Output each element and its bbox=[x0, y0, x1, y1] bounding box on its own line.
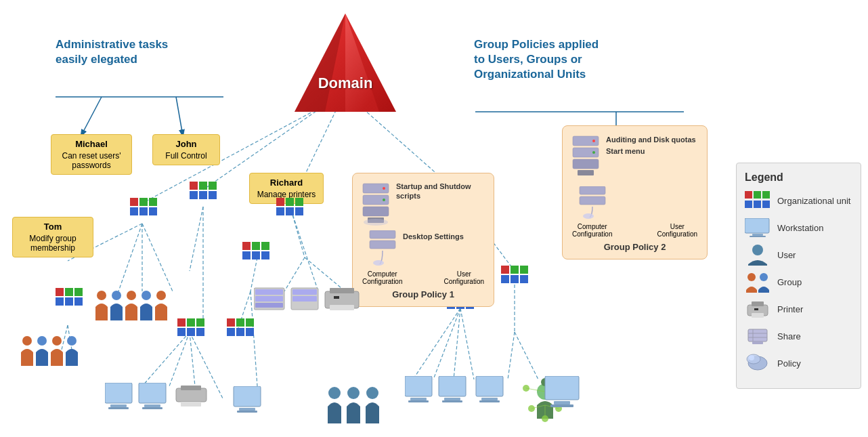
svg-rect-128 bbox=[330, 305, 354, 310]
svg-rect-161 bbox=[481, 398, 498, 400]
svg-rect-179 bbox=[754, 191, 761, 199]
legend-user: User bbox=[745, 245, 852, 265]
svg-point-132 bbox=[127, 291, 136, 300]
svg-point-103 bbox=[383, 187, 385, 190]
svg-rect-93 bbox=[246, 328, 254, 336]
ou-richard bbox=[242, 242, 269, 266]
svg-rect-89 bbox=[236, 318, 244, 327]
svg-rect-42 bbox=[149, 198, 157, 206]
gp1-user-config: UserConfiguration bbox=[444, 270, 484, 285]
svg-line-1 bbox=[81, 97, 102, 136]
svg-rect-51 bbox=[209, 191, 217, 199]
svg-rect-192 bbox=[752, 313, 764, 318]
gp2-startmenu: Start menu bbox=[606, 146, 696, 157]
svg-rect-185 bbox=[752, 234, 763, 236]
ou-legend-icon bbox=[745, 190, 771, 211]
john-box: John Full Control bbox=[152, 134, 220, 165]
svg-point-133 bbox=[142, 291, 151, 300]
gp2-computer-config: ComputerConfiguration bbox=[572, 223, 612, 238]
gp2-title: Group Policy 2 bbox=[569, 242, 700, 252]
svg-rect-150 bbox=[237, 411, 257, 413]
svg-rect-41 bbox=[139, 198, 148, 206]
svg-rect-141 bbox=[108, 407, 129, 409]
michael-name: Michael bbox=[58, 139, 125, 149]
legend-group: Group bbox=[745, 272, 852, 292]
workstation-legend-icon bbox=[745, 217, 771, 238]
svg-rect-155 bbox=[410, 398, 427, 400]
gp2-box: Auditing and Disk quotas Start menu Comp… bbox=[562, 125, 708, 259]
svg-rect-52 bbox=[242, 242, 251, 250]
workstation-right bbox=[542, 376, 582, 416]
svg-rect-154 bbox=[405, 376, 432, 396]
svg-line-10 bbox=[118, 224, 142, 291]
ou-mid bbox=[190, 182, 217, 206]
svg-rect-160 bbox=[476, 376, 503, 396]
legend-share: Share bbox=[745, 326, 852, 346]
printer-legend-icon bbox=[745, 299, 771, 319]
diagram-container: Administrative taskseasily elegated Grou… bbox=[0, 0, 868, 437]
svg-rect-120 bbox=[255, 289, 283, 295]
svg-rect-156 bbox=[408, 400, 429, 402]
svg-point-138 bbox=[67, 336, 77, 346]
svg-rect-142 bbox=[139, 383, 166, 403]
svg-rect-140 bbox=[110, 404, 127, 407]
svg-rect-122 bbox=[255, 303, 283, 308]
svg-rect-193 bbox=[754, 308, 758, 310]
svg-rect-60 bbox=[295, 198, 303, 206]
svg-point-113 bbox=[592, 140, 595, 142]
svg-rect-43 bbox=[130, 207, 138, 215]
legend-share-label: Share bbox=[777, 331, 801, 341]
svg-rect-47 bbox=[199, 182, 207, 190]
workstations-bottom bbox=[105, 383, 240, 426]
workstations-right bbox=[230, 386, 274, 426]
gp1-title: Group Policy 1 bbox=[360, 289, 487, 299]
svg-line-12 bbox=[142, 224, 173, 291]
svg-rect-158 bbox=[444, 398, 460, 400]
ou-sub1 bbox=[56, 288, 83, 312]
svg-rect-180 bbox=[762, 191, 770, 199]
svg-point-109 bbox=[373, 260, 384, 266]
svg-point-118 bbox=[583, 213, 594, 219]
svg-rect-181 bbox=[745, 201, 752, 208]
svg-rect-149 bbox=[239, 408, 255, 411]
john-name: John bbox=[160, 139, 213, 149]
svg-rect-139 bbox=[105, 383, 132, 403]
richard-name: Richard bbox=[257, 178, 316, 188]
svg-rect-162 bbox=[479, 400, 500, 402]
svg-rect-194 bbox=[748, 329, 767, 341]
legend-printer-label: Printer bbox=[777, 304, 803, 314]
svg-rect-57 bbox=[261, 251, 269, 259]
legend-ou-label: Organizational unit bbox=[777, 196, 850, 206]
svg-rect-46 bbox=[190, 182, 198, 190]
right-annotation: Group Policies appliedto Users, Groups o… bbox=[474, 37, 664, 82]
svg-rect-79 bbox=[56, 297, 64, 306]
legend-box: Legend Organizational unit bbox=[736, 163, 861, 389]
svg-point-136 bbox=[37, 336, 47, 346]
svg-line-2 bbox=[176, 97, 183, 136]
john-desc: Full Control bbox=[160, 151, 213, 161]
svg-rect-129 bbox=[334, 296, 339, 299]
svg-rect-72 bbox=[520, 266, 528, 274]
domain-icon: Domain bbox=[291, 10, 399, 119]
svg-point-106 bbox=[364, 219, 388, 226]
legend-title: Legend bbox=[745, 171, 852, 184]
user-group-1 bbox=[95, 290, 190, 330]
svg-rect-182 bbox=[754, 201, 761, 208]
svg-rect-87 bbox=[196, 328, 204, 336]
svg-rect-70 bbox=[501, 266, 509, 274]
left-annotation: Administrative taskseasily elegated bbox=[56, 37, 232, 67]
svg-point-189 bbox=[760, 273, 768, 281]
ou-right2 bbox=[501, 266, 528, 290]
svg-point-153 bbox=[366, 387, 378, 399]
svg-rect-88 bbox=[227, 318, 235, 327]
svg-rect-58 bbox=[276, 198, 284, 206]
svg-rect-124 bbox=[292, 289, 317, 295]
svg-point-137 bbox=[52, 336, 62, 346]
svg-rect-117 bbox=[580, 196, 605, 205]
svg-rect-147 bbox=[181, 402, 201, 407]
svg-point-135 bbox=[22, 336, 32, 346]
svg-line-31 bbox=[454, 308, 460, 379]
gp1-startup: Startup and Shutdow scripts bbox=[396, 182, 487, 201]
svg-point-134 bbox=[156, 291, 166, 300]
svg-rect-76 bbox=[56, 288, 64, 296]
